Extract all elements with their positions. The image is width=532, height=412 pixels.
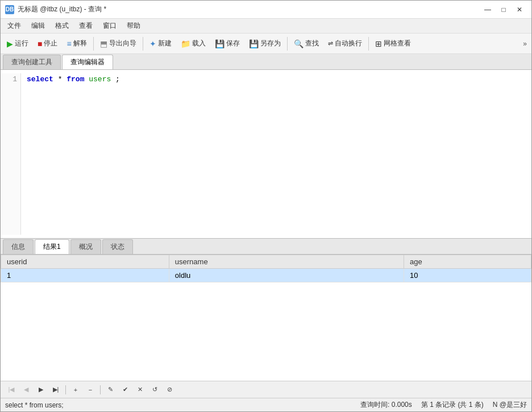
cell-username: oldlu — [169, 269, 404, 282]
gridview-icon: ⊞ — [375, 39, 382, 48]
stop-button[interactable]: ■ 停止 — [34, 36, 61, 51]
toolbar-separator-2 — [143, 37, 143, 51]
explain-button[interactable]: ≡ 解释 — [63, 36, 90, 51]
menu-help[interactable]: 帮助 — [122, 20, 145, 32]
sql-semicolon: ; — [115, 75, 120, 84]
window-controls: — □ ✕ — [480, 4, 527, 15]
result-table: userid username age 1 oldlu 10 — [1, 255, 531, 282]
status-left: select * from users; — [5, 401, 64, 409]
run-label: 运行 — [15, 39, 28, 48]
minimize-button[interactable]: — — [480, 4, 495, 15]
load-label: 载入 — [192, 39, 206, 48]
query-time-label: 查询时间: — [360, 401, 389, 409]
sql-keyword-select: select — [27, 75, 53, 84]
export-icon: ⬒ — [100, 39, 107, 48]
close-button[interactable]: ✕ — [512, 4, 527, 15]
stop-label: 停止 — [44, 39, 57, 48]
query-time-info: 查询时间: 0.000s — [360, 400, 412, 410]
nav-bar: |◀ ◀ ▶ ▶| + − ✎ ✔ ✕ ↺ ⊘ — [1, 381, 531, 398]
saveas-icon: 💾 — [249, 39, 259, 48]
user-info: N @是三好 — [493, 400, 527, 410]
autowrap-button[interactable]: ⇌ 自动换行 — [324, 36, 366, 51]
nav-refresh-button[interactable]: ↺ — [148, 384, 161, 396]
new-icon: ✦ — [149, 39, 156, 48]
find-icon: 🔍 — [294, 39, 304, 48]
new-button[interactable]: ✦ 新建 — [146, 36, 176, 51]
sql-table-name: users — [89, 75, 111, 84]
col-header-username: username — [169, 255, 404, 269]
table-header-row: userid username age — [1, 255, 531, 269]
nav-delete-button[interactable]: − — [84, 384, 97, 396]
autowrap-icon: ⇌ — [328, 40, 333, 47]
col-header-age: age — [404, 255, 531, 269]
toolbar-more[interactable]: » — [521, 40, 529, 48]
nav-cancel-button[interactable]: ✕ — [134, 384, 146, 396]
editor-area: 1 select * from users ; — [1, 70, 531, 239]
save-label: 保存 — [226, 39, 240, 48]
nav-add-button[interactable]: + — [69, 384, 82, 396]
nav-separator-2 — [100, 385, 101, 394]
tab-overview[interactable]: 概况 — [70, 239, 101, 254]
nav-first-button[interactable]: |◀ — [5, 384, 18, 396]
save-button[interactable]: 💾 保存 — [211, 36, 244, 51]
nav-edit-button[interactable]: ✎ — [104, 384, 117, 396]
maximize-button[interactable]: □ — [496, 4, 511, 15]
tab-query-builder[interactable]: 查询创建工具 — [3, 55, 61, 69]
explain-label: 解释 — [73, 39, 87, 48]
stop-icon: ■ — [38, 39, 42, 48]
find-label: 查找 — [305, 39, 319, 48]
menu-window[interactable]: 窗口 — [98, 20, 121, 32]
run-button[interactable]: ▶ 运行 — [3, 36, 32, 51]
window-title: 无标题 @itbz (u_itbz) - 查询 * — [18, 5, 106, 14]
status-sql: select * from users; — [5, 401, 64, 409]
nav-next-button[interactable]: ▶ — [35, 384, 47, 396]
query-tab-bar: 查询创建工具 查询编辑器 — [1, 54, 531, 70]
toolbar-separator-3 — [287, 37, 288, 51]
nav-last-button[interactable]: ▶| — [49, 384, 62, 396]
editor-content[interactable]: 1 select * from users ; — [1, 70, 531, 238]
export-button[interactable]: ⬒ 导出向导 — [96, 36, 140, 51]
col-header-userid: userid — [1, 255, 169, 269]
menu-file[interactable]: 文件 — [3, 20, 26, 32]
tab-query-editor[interactable]: 查询编辑器 — [62, 55, 113, 69]
menu-view[interactable]: 查看 — [74, 20, 97, 32]
main-window: DB 无标题 @itbz (u_itbz) - 查询 * — □ ✕ 文件 编辑… — [0, 0, 532, 412]
saveas-label: 另存为 — [260, 39, 281, 48]
cell-age: 10 — [404, 269, 531, 282]
result-tab-bar: 信息 结果1 概况 状态 — [1, 239, 531, 255]
export-label: 导出向导 — [109, 39, 136, 48]
status-bar: select * from users; 查询时间: 0.000s 第 1 条记… — [1, 398, 531, 411]
tab-info[interactable]: 信息 — [3, 239, 34, 254]
record-info: 第 1 条记录 (共 1 条) — [421, 400, 484, 410]
tab-status[interactable]: 状态 — [102, 239, 133, 254]
menu-bar: 文件 编辑 格式 查看 窗口 帮助 — [1, 19, 531, 34]
autowrap-label: 自动换行 — [335, 39, 362, 48]
nav-prev-button[interactable]: ◀ — [20, 384, 32, 396]
toolbar: ▶ 运行 ■ 停止 ≡ 解释 ⬒ 导出向导 ✦ 新建 📁 载入 💾 保存 — [1, 34, 531, 54]
new-label: 新建 — [158, 39, 172, 48]
find-button[interactable]: 🔍 查找 — [290, 36, 323, 51]
code-area[interactable]: select * from users ; — [21, 73, 126, 235]
explain-icon: ≡ — [66, 39, 71, 48]
line-number-1: 1 — [4, 73, 17, 86]
title-bar: DB 无标题 @itbz (u_itbz) - 查询 * — □ ✕ — [1, 1, 531, 19]
sql-star: * — [58, 75, 67, 84]
nav-stop-button[interactable]: ⊘ — [163, 384, 176, 396]
query-time-value: 0.000s — [392, 401, 412, 409]
sql-keyword-from: from — [66, 75, 84, 84]
saveas-button[interactable]: 💾 另存为 — [245, 36, 285, 51]
load-button[interactable]: 📁 载入 — [177, 36, 210, 51]
tab-result1[interactable]: 结果1 — [35, 239, 69, 254]
toolbar-separator-1 — [93, 37, 94, 51]
cell-userid: 1 — [1, 269, 169, 282]
result-table-wrapper[interactable]: userid username age 1 oldlu 10 — [1, 255, 531, 381]
app-icon: DB — [5, 5, 14, 14]
load-icon: 📁 — [181, 39, 190, 48]
table-row[interactable]: 1 oldlu 10 — [1, 269, 531, 282]
menu-format[interactable]: 格式 — [51, 20, 73, 32]
line-numbers: 1 — [1, 73, 21, 235]
nav-ok-button[interactable]: ✔ — [119, 384, 131, 396]
menu-edit[interactable]: 编辑 — [27, 20, 49, 32]
gridview-button[interactable]: ⊞ 网格查看 — [371, 36, 415, 51]
nav-separator-1 — [65, 385, 66, 394]
